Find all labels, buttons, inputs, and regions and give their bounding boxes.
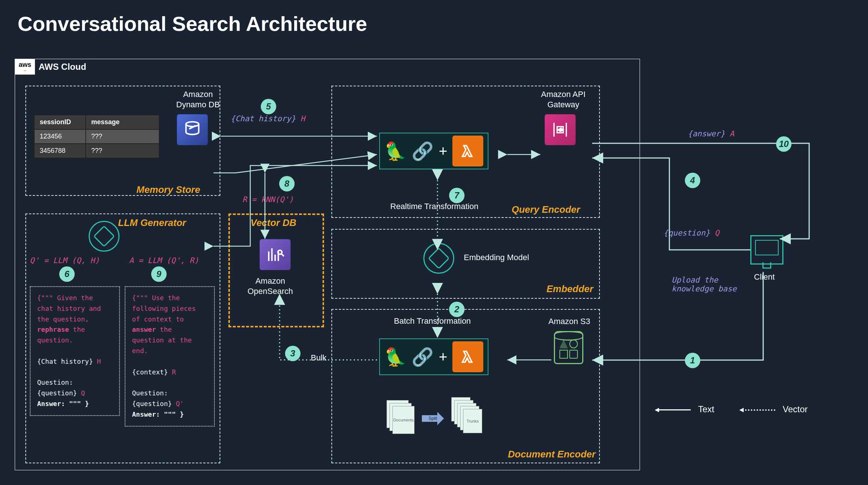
memory-table: sessionID message 123456 ??? 3456788 ??? — [33, 114, 160, 159]
aws-cloud-boundary: aws⌣ AWS Cloud Memory Store Amazon Dynam… — [15, 59, 640, 470]
step-2-badge: 2 — [449, 302, 465, 317]
memory-table-cell: ??? — [86, 144, 159, 158]
documents-split-icon: Documents Split Trunks — [387, 397, 490, 441]
lambda-icon — [452, 136, 483, 166]
step-8-badge: 8 — [279, 176, 295, 191]
llm-generator-label: LLM Generator — [118, 217, 186, 229]
prompt-9-box: {""" Use the following pieces of context… — [125, 286, 215, 427]
legend-text: Text — [655, 404, 714, 414]
embedding-brain-icon — [423, 243, 454, 274]
plus-icon: + — [439, 349, 447, 365]
step-3-badge: 3 — [285, 346, 300, 361]
api-gateway-icon: </> — [545, 114, 576, 145]
brain-icon — [89, 221, 120, 252]
vector-db-label: Vector DB — [250, 217, 296, 229]
svg-point-6 — [186, 122, 199, 126]
legend-vector: Vector — [739, 404, 808, 414]
step-5-label: {Chat history} H — [231, 114, 305, 123]
formula-q-prime: Q' = LLM (Q, H) — [30, 256, 100, 265]
client-label: Client — [754, 272, 775, 282]
opensearch-icon — [260, 239, 291, 270]
embedding-model-label: Embedding Model — [464, 252, 529, 263]
opensearch-label: Amazon OpenSearch — [248, 276, 293, 296]
chain-icon: 🔗 — [412, 346, 434, 367]
prompt-6-box: {""" Given the chat history and the ques… — [30, 286, 120, 416]
embedder-label: Embedder — [547, 283, 593, 295]
s3-icon — [554, 331, 583, 364]
batch-transform-label: Batch Transformation — [394, 316, 471, 326]
aws-cloud-label: aws⌣ AWS Cloud — [15, 59, 86, 75]
answer-flow-label: {answer} A — [688, 129, 734, 138]
step-6-badge: 6 — [59, 266, 75, 282]
svg-text:</>: </> — [558, 128, 563, 132]
step-9-badge: 9 — [151, 266, 167, 282]
parrot-icon: 🦜 — [384, 346, 406, 367]
step-7-badge: 7 — [449, 188, 465, 203]
aws-logo: aws⌣ — [15, 59, 35, 75]
memory-store-label: Memory Store — [136, 184, 200, 195]
diagram-title: Conversational Search Architecture — [0, 0, 868, 47]
upload-label: Upload the knowledge base — [672, 276, 737, 293]
parrot-icon: 🦜 — [384, 141, 406, 162]
step-4-badge: 4 — [685, 173, 700, 188]
svg-point-7 — [278, 250, 282, 254]
memory-table-cell: 123456 — [34, 129, 86, 144]
doc-chain-lambda: 🦜 🔗 + — [379, 338, 488, 375]
dynamodb-icon — [177, 114, 208, 145]
step-1-badge: 1 — [685, 353, 700, 368]
memory-table-header: message — [86, 115, 159, 129]
realtime-transform-label: Realtime Transformation — [390, 202, 479, 211]
plus-icon: + — [439, 143, 447, 159]
step-10-badge: 10 — [776, 136, 791, 152]
memory-table-header: sessionID — [34, 115, 86, 129]
memory-table-cell: 3456788 — [34, 144, 86, 158]
lambda-icon — [452, 341, 483, 372]
s3-label: Amazon S3 — [548, 316, 590, 327]
query-chain-lambda: 🦜 🔗 + — [379, 133, 488, 169]
step-8-label: R = kNN(Q') — [242, 195, 294, 204]
bulk-label: Bulk — [311, 353, 327, 363]
client-icon — [750, 235, 783, 265]
formula-answer: A = LLM (Q', R) — [129, 256, 199, 265]
question-flow-label: {question} Q — [664, 229, 719, 237]
chain-icon: 🔗 — [412, 141, 434, 162]
document-encoder-label: Document Encoder — [508, 449, 595, 460]
vector-db-box — [228, 213, 324, 327]
svg-line-8 — [281, 254, 284, 256]
query-encoder-label: Query Encoder — [512, 204, 580, 215]
dynamodb-label: Amazon Dynamo DB — [176, 89, 220, 109]
memory-table-cell: ??? — [86, 129, 159, 144]
api-gateway-label: Amazon API Gateway — [541, 89, 586, 109]
step-5-badge: 5 — [261, 99, 276, 114]
